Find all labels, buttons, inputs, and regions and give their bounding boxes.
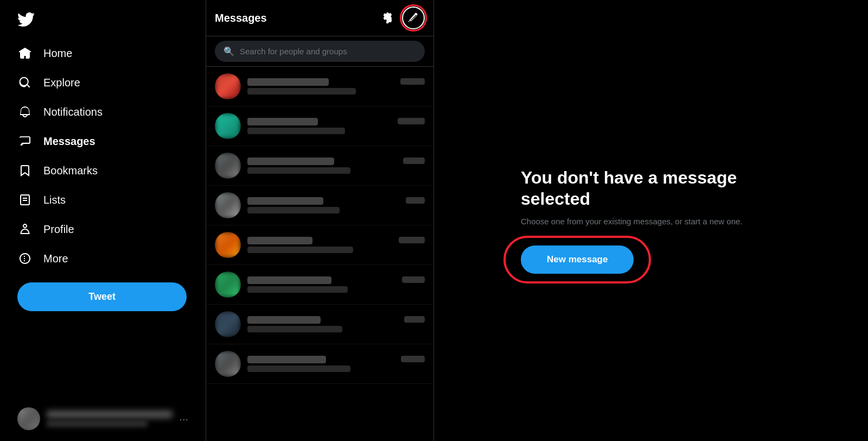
search-icon: 🔍 xyxy=(224,46,234,56)
message-list-item[interactable] xyxy=(206,186,433,225)
message-content xyxy=(247,276,425,293)
message-preview xyxy=(247,128,345,134)
message-preview xyxy=(247,88,356,94)
sidebar-item-notifications-label: Notifications xyxy=(43,106,103,118)
message-content xyxy=(247,237,425,253)
message-sender-name xyxy=(247,276,331,284)
message-content xyxy=(247,197,425,213)
message-sender-name xyxy=(247,356,326,363)
message-list-item[interactable] xyxy=(206,225,433,265)
message-content xyxy=(247,356,425,372)
message-name-row xyxy=(247,237,425,244)
sidebar-item-notifications[interactable]: Notifications xyxy=(9,98,197,126)
profile-icon xyxy=(17,222,33,237)
sidebar-item-home-label: Home xyxy=(43,47,72,60)
bell-icon xyxy=(17,104,33,119)
messages-header: Messages xyxy=(206,0,433,36)
list-icon xyxy=(17,192,33,207)
message-name-row xyxy=(247,158,425,165)
message-sender-name xyxy=(247,158,334,165)
message-avatar xyxy=(215,113,241,139)
sidebar-item-lists[interactable]: Lists xyxy=(9,186,197,214)
user-handle xyxy=(47,420,148,427)
message-list xyxy=(206,67,433,441)
messages-panel: Messages 🔍 xyxy=(206,0,434,441)
message-timestamp xyxy=(400,78,425,85)
sidebar-item-profile-label: Profile xyxy=(43,223,74,236)
message-preview xyxy=(247,326,342,332)
messages-icon xyxy=(17,134,33,149)
message-avatar xyxy=(215,153,241,179)
message-timestamp xyxy=(406,197,425,204)
messages-settings-button[interactable] xyxy=(377,8,398,28)
sidebar: Home Explore Notifications Messages Book… xyxy=(0,0,206,441)
search-input[interactable] xyxy=(240,47,416,56)
message-list-item[interactable] xyxy=(206,67,433,106)
home-icon xyxy=(17,46,33,61)
message-list-item[interactable] xyxy=(206,106,433,146)
message-avatar xyxy=(215,232,241,258)
message-preview xyxy=(247,286,348,293)
message-name-row xyxy=(247,197,425,205)
message-timestamp xyxy=(402,276,425,283)
message-avatar xyxy=(215,192,241,218)
message-avatar xyxy=(215,272,241,298)
message-list-item[interactable] xyxy=(206,344,433,384)
message-sender-name xyxy=(247,118,318,125)
sidebar-item-bookmarks[interactable]: Bookmarks xyxy=(9,156,197,185)
message-sender-name xyxy=(247,237,312,244)
message-timestamp xyxy=(399,237,425,243)
message-content xyxy=(247,316,425,332)
tweet-button[interactable]: Tweet xyxy=(17,282,187,311)
sidebar-item-explore-label: Explore xyxy=(43,77,80,89)
message-timestamp xyxy=(403,158,425,164)
message-sender-name xyxy=(247,316,321,324)
sidebar-item-messages-label: Messages xyxy=(43,135,95,148)
twitter-bird-icon xyxy=(17,11,35,28)
message-content xyxy=(247,158,425,174)
message-name-row xyxy=(247,316,425,324)
sidebar-item-lists-label: Lists xyxy=(43,194,66,206)
sidebar-item-explore[interactable]: Explore xyxy=(9,68,197,97)
sidebar-item-more[interactable]: More xyxy=(9,244,197,273)
bookmark-icon xyxy=(17,163,33,178)
explore-icon xyxy=(17,75,33,90)
message-timestamp xyxy=(401,356,425,362)
message-name-row xyxy=(247,356,425,363)
sidebar-item-more-label: More xyxy=(43,253,68,265)
no-selection-title: You don't have a message selected xyxy=(521,167,781,209)
message-sender-name xyxy=(247,78,329,86)
sidebar-item-profile[interactable]: Profile xyxy=(9,215,197,243)
messages-title: Messages xyxy=(215,12,267,24)
message-preview xyxy=(247,207,340,213)
message-timestamp xyxy=(404,316,425,323)
user-avatar xyxy=(17,407,40,430)
main-content-area: You don't have a message selected Choose… xyxy=(434,0,868,441)
user-account-button[interactable]: ··· xyxy=(9,401,197,437)
message-sender-name xyxy=(247,197,323,205)
message-name-row xyxy=(247,276,425,284)
new-message-compose-button[interactable] xyxy=(402,7,425,29)
gear-icon xyxy=(381,11,394,24)
search-bar: 🔍 xyxy=(206,36,433,67)
message-preview xyxy=(247,167,350,174)
message-list-item[interactable] xyxy=(206,146,433,186)
more-circle-icon xyxy=(17,251,33,266)
message-name-row xyxy=(247,78,425,86)
message-timestamp xyxy=(398,118,425,124)
message-preview xyxy=(247,366,350,372)
sidebar-item-messages[interactable]: Messages xyxy=(9,127,197,155)
message-list-item[interactable] xyxy=(206,305,433,344)
message-list-item[interactable] xyxy=(206,265,433,305)
new-message-button[interactable]: New message xyxy=(521,245,634,274)
sidebar-item-home[interactable]: Home xyxy=(9,39,197,67)
user-info xyxy=(47,411,173,427)
twitter-logo[interactable] xyxy=(9,4,197,37)
compose-icon xyxy=(408,12,419,23)
message-avatar xyxy=(215,351,241,377)
message-avatar xyxy=(215,311,241,337)
no-selection-subtitle: Choose one from your existing messages, … xyxy=(521,216,743,228)
message-avatar xyxy=(215,73,241,99)
message-content xyxy=(247,78,425,94)
account-more-dots: ··· xyxy=(179,413,188,425)
